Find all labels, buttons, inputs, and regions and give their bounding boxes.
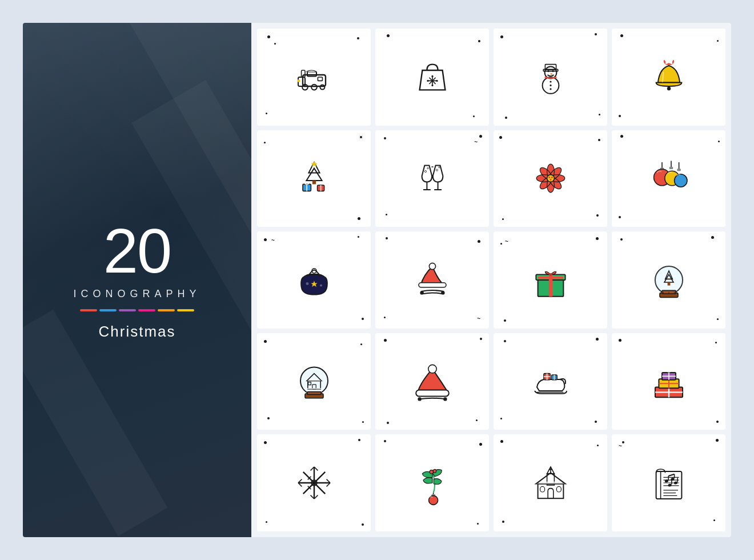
svg-line-189 [668,474,674,476]
color-bar-orange [158,309,175,311]
svg-point-92 [441,291,444,294]
bell-icon [646,54,692,100]
svg-rect-128 [416,390,449,396]
svg-line-164 [317,486,320,490]
color-bar-purple [119,309,136,311]
svg-point-68 [548,177,550,178]
category-name: Christmas [73,323,200,341]
train-icon [291,54,337,100]
icon-cell-holly-bauble[interactable] [375,434,489,531]
color-bar-red [80,309,97,311]
svg-rect-75 [669,167,672,169]
santa-bag-icon [291,257,337,303]
icon-cell-snow-globe-house[interactable] [257,333,371,430]
svg-rect-76 [677,169,680,171]
svg-point-48 [438,167,439,168]
svg-point-69 [551,177,552,178]
svg-point-70 [550,179,551,181]
icon-cell-wine-glasses[interactable]: ~ [375,130,489,227]
svg-point-5 [311,85,317,90]
icon-cell-train[interactable] [257,29,371,126]
icon-cell-gifts-tree[interactable] [257,130,371,227]
svg-rect-98 [538,277,563,279]
svg-marker-23 [551,73,553,75]
svg-point-107 [665,284,667,285]
svg-point-14 [431,85,433,86]
svg-point-45 [424,171,426,173]
svg-rect-171 [538,484,563,499]
poinsettia-icon [528,155,573,201]
icon-cell-snow-globe-small[interactable] [612,231,725,329]
snowflake-icon [291,460,337,506]
svg-point-25 [550,85,551,86]
color-bar-blue [99,309,117,311]
icon-cell-santa-hat[interactable] [375,333,489,430]
wine-glasses-icon [410,155,455,201]
svg-point-24 [550,81,551,82]
gifts-tree-icon [291,155,337,201]
baubles-icon [646,155,692,201]
icon-cell-church[interactable] [494,434,607,531]
svg-point-22 [552,70,554,72]
svg-point-21 [547,70,549,72]
svg-point-99 [549,273,552,276]
svg-point-123 [320,375,321,377]
svg-point-13 [431,75,433,77]
color-bars [73,309,200,311]
icon-count: 20 [73,219,200,282]
svg-rect-87 [419,283,446,287]
svg-point-46 [427,168,428,169]
svg-point-166 [433,470,436,473]
icon-cell-bell[interactable] [612,29,725,126]
svg-point-26 [550,88,551,90]
icon-cell-snowflake[interactable] [257,434,371,531]
icon-cell-shopping-bag[interactable] [375,29,489,126]
iconography-label: ICONOGRAPHY [73,288,200,300]
svg-point-108 [672,285,673,286]
svg-point-122 [306,376,308,378]
color-bar-pink [138,309,155,311]
snow-globe-house-icon [291,359,337,405]
icon-cell-sleigh-gifts[interactable] [494,333,607,430]
svg-point-85 [306,282,308,285]
svg-point-106 [673,275,675,277]
svg-rect-178 [556,487,561,493]
svg-rect-177 [540,487,544,493]
santa-hat-icon [410,359,455,405]
icon-cell-snowman[interactable] [494,29,607,126]
svg-line-162 [317,477,320,480]
icon-cell-santa-bag[interactable]: ~ [257,231,371,329]
svg-point-16 [436,80,438,82]
sleigh-gifts-icon [528,359,573,405]
svg-rect-104 [667,282,670,286]
svg-point-15 [427,80,428,82]
church-icon [528,460,573,506]
gift-box-icon [528,257,573,303]
svg-point-8 [297,79,300,82]
svg-rect-33 [312,181,315,184]
gift-stack-icon [646,359,692,405]
icon-cell-baubles[interactable] [612,130,725,227]
left-content: 20 ICONOGRAPHY Christmas [73,219,200,341]
svg-point-91 [420,291,423,294]
icon-cell-gift-stack[interactable] [612,333,725,430]
icon-cell-santa-hat-sled[interactable]: ~ [375,231,489,329]
svg-line-30 [662,73,663,82]
holly-bauble-icon [410,460,455,506]
svg-rect-7 [318,77,322,81]
snow-globe-small-icon [646,257,692,303]
svg-point-132 [418,397,421,401]
svg-point-47 [436,169,438,171]
svg-point-165 [430,470,433,474]
svg-point-86 [320,285,322,287]
icon-cell-poinsettia[interactable] [494,130,607,227]
icon-cell-carol-book[interactable]: ~ [612,434,725,531]
svg-point-105 [662,274,664,275]
icon-grid: ~ [251,23,731,537]
left-panel: 20 ICONOGRAPHY Christmas [23,23,251,537]
svg-marker-32 [306,169,322,181]
icon-cell-gift-box-green[interactable]: ~ [494,231,607,329]
shopping-bag-icon [410,54,455,100]
main-container: 20 ICONOGRAPHY Christmas [23,23,731,537]
snowman-icon [528,54,573,100]
